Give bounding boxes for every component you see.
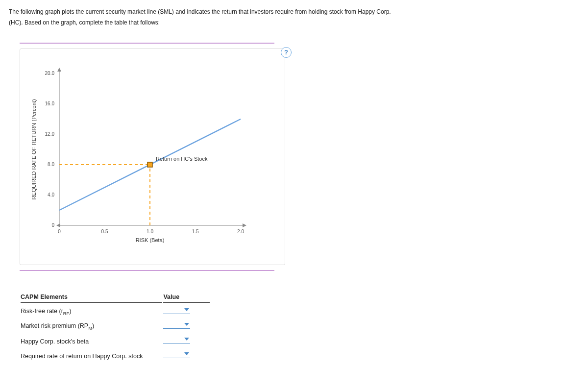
row-value-cell <box>163 348 210 362</box>
y-tick-label: 8.0 <box>48 162 54 167</box>
row-label: Market risk premium (RPM) <box>21 318 162 332</box>
y-tick-label: 12.0 <box>45 131 55 137</box>
table-row: Happy Corp. stock's beta <box>21 333 210 347</box>
capm-table: CAPM Elements Value Risk-free rate (rRF)… <box>20 291 211 363</box>
value-dropdown[interactable] <box>163 320 190 329</box>
x-tick-label: 0.5 <box>101 229 108 234</box>
y-tick-label: 16.0 <box>45 101 55 106</box>
prompt-line-2: (HC). Based on the graph, complete the t… <box>9 19 160 26</box>
problem-prompt: The following graph plots the current se… <box>9 7 579 28</box>
x-tick-label: 2.0 <box>237 229 244 234</box>
row-value-cell <box>163 333 210 347</box>
row-value-cell <box>163 304 210 318</box>
sml-chart: 04.08.012.016.020.000.51.01.52.0RISK (Be… <box>25 54 250 255</box>
x-tick-label: 1.5 <box>192 229 199 234</box>
table-header-value: Value <box>163 292 210 303</box>
value-dropdown[interactable] <box>163 350 190 358</box>
row-value-cell <box>163 318 210 332</box>
row-label: Happy Corp. stock's beta <box>21 333 162 347</box>
table-header-elements: CAPM Elements <box>21 292 162 303</box>
svg-marker-3 <box>243 223 246 227</box>
chart-card: ? 04.08.012.016.020.000.51.01.52.0RISK (… <box>20 49 285 265</box>
divider-top <box>20 43 274 44</box>
table-row: Risk-free rate (rRF) <box>21 304 210 318</box>
value-dropdown[interactable] <box>163 306 190 314</box>
divider-bottom <box>20 270 274 271</box>
row-label: Risk-free rate (rRF) <box>21 304 162 318</box>
hc-annotation: Return on HC's Stock <box>156 156 208 162</box>
svg-marker-4 <box>56 223 60 227</box>
y-axis-label: REQUIRED RATE OF RETURN (Percent) <box>31 99 37 200</box>
y-tick-label: 4.0 <box>48 192 54 197</box>
table-row: Required rate of return on Happy Corp. s… <box>21 348 210 362</box>
x-tick-label: 1.0 <box>147 229 153 234</box>
y-tick-label: 20.0 <box>45 71 55 76</box>
value-dropdown[interactable] <box>163 335 190 343</box>
x-axis-label: RISK (Beta) <box>136 237 165 243</box>
prompt-line-1: The following graph plots the current se… <box>9 8 391 15</box>
x-tick-label: 0 <box>58 229 61 234</box>
help-icon[interactable]: ? <box>281 47 292 58</box>
row-label: Required rate of return on Happy Corp. s… <box>21 348 162 362</box>
y-tick-label: 0 <box>51 222 54 228</box>
svg-marker-1 <box>57 68 61 72</box>
table-row: Market risk premium (RPM) <box>21 318 210 332</box>
hc-point[interactable] <box>147 162 152 167</box>
